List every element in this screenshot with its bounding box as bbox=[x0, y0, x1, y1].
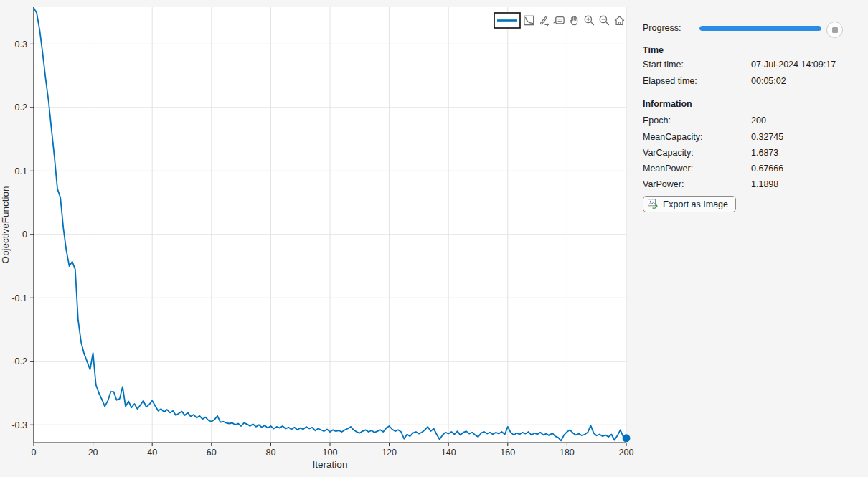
svg-text:0: 0 bbox=[32, 448, 37, 458]
epoch-value: 200 bbox=[751, 115, 766, 126]
start-time-value: 07-Jul-2024 14:09:17 bbox=[751, 60, 836, 70]
svg-text:40: 40 bbox=[147, 448, 157, 458]
axes-toolbar bbox=[494, 12, 626, 29]
svg-text:100: 100 bbox=[323, 448, 338, 458]
export-button-label: Export as Image bbox=[663, 199, 728, 209]
zoom-in-button[interactable] bbox=[582, 14, 596, 27]
information-section-title: Information bbox=[643, 99, 692, 109]
export-as-image-button[interactable]: Export as Image bbox=[643, 196, 736, 212]
svg-text:20: 20 bbox=[88, 448, 98, 458]
var-capacity-label: VarCapacity: bbox=[643, 148, 694, 158]
var-power-label: VarPower: bbox=[643, 179, 684, 189]
data-tips-button[interactable] bbox=[552, 14, 566, 27]
details-panel: Progress: Time Start time: 07-Jul-2024 1… bbox=[643, 0, 865, 477]
stop-icon bbox=[832, 27, 838, 33]
elapsed-time-label: Elapsed time: bbox=[643, 76, 697, 86]
training-progress-monitor-window: 020406080100120140160180200-0.3-0.2-0.10… bbox=[0, 0, 868, 477]
brush-data-button[interactable] bbox=[537, 14, 551, 27]
mean-capacity-label: MeanCapacity: bbox=[643, 132, 702, 142]
svg-text:0: 0 bbox=[22, 230, 27, 240]
svg-text:-0.2: -0.2 bbox=[11, 356, 27, 367]
svg-text:-0.1: -0.1 bbox=[11, 293, 27, 303]
restore-view-button[interactable] bbox=[613, 14, 626, 27]
pan-button[interactable] bbox=[567, 14, 581, 27]
svg-text:0.2: 0.2 bbox=[15, 103, 27, 113]
svg-text:0.3: 0.3 bbox=[15, 39, 27, 49]
svg-text:160: 160 bbox=[500, 448, 515, 458]
objective-function-chart: 020406080100120140160180200-0.3-0.2-0.10… bbox=[0, 0, 638, 477]
progress-bar-fill bbox=[699, 26, 821, 31]
zoom-out-button[interactable] bbox=[598, 14, 611, 27]
mean-capacity-value: 0.32745 bbox=[751, 132, 783, 142]
var-capacity-value: 1.6873 bbox=[751, 148, 778, 158]
log-scale-toggle-button[interactable] bbox=[522, 14, 536, 27]
time-section-title: Time bbox=[643, 45, 664, 55]
svg-text:200: 200 bbox=[619, 448, 634, 458]
progress-label: Progress: bbox=[643, 23, 681, 33]
zoom-out-icon bbox=[598, 14, 611, 27]
svg-text:Iteration: Iteration bbox=[313, 459, 348, 470]
var-power-value: 1.1898 bbox=[751, 179, 778, 189]
svg-text:80: 80 bbox=[265, 448, 275, 458]
zoom-in-icon bbox=[582, 14, 596, 27]
mean-power-label: MeanPower: bbox=[643, 164, 693, 174]
data-tips-icon bbox=[552, 14, 566, 27]
svg-text:ObjectiveFunction: ObjectiveFunction bbox=[0, 186, 11, 263]
svg-text:180: 180 bbox=[560, 448, 575, 458]
pan-hand-icon bbox=[567, 14, 581, 27]
svg-text:60: 60 bbox=[207, 448, 217, 458]
epoch-label: Epoch: bbox=[643, 115, 671, 126]
progress-bar bbox=[699, 26, 821, 31]
stop-button[interactable] bbox=[826, 22, 843, 38]
mean-power-value: 0.67666 bbox=[751, 164, 783, 174]
start-time-label: Start time: bbox=[643, 60, 684, 70]
elapsed-time-value: 00:05:02 bbox=[751, 76, 786, 86]
svg-text:0.1: 0.1 bbox=[15, 166, 27, 176]
log-scale-icon bbox=[522, 14, 536, 27]
svg-text:120: 120 bbox=[382, 448, 397, 458]
svg-text:-0.3: -0.3 bbox=[11, 420, 27, 430]
line-sample-icon bbox=[494, 12, 521, 29]
brush-icon bbox=[537, 14, 551, 27]
svg-text:140: 140 bbox=[441, 448, 456, 458]
home-icon bbox=[613, 14, 626, 27]
export-image-icon bbox=[647, 198, 659, 210]
line-display-toggle-button[interactable] bbox=[494, 12, 521, 29]
